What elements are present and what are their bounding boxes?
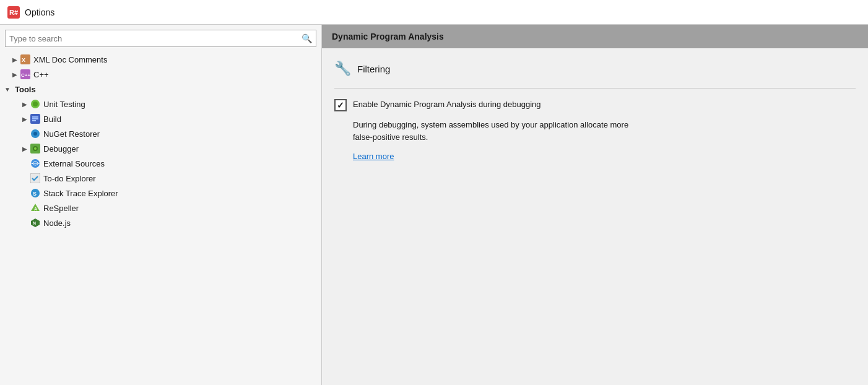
tree-arrow-debugger	[20, 145, 30, 152]
tree-item-nodejs[interactable]: N Node.js	[0, 215, 321, 230]
tree-area: X XML Doc Comments C++ C++ To	[0, 51, 321, 385]
checkbox-row: Enable Dynamic Program Analysis during d…	[334, 98, 856, 111]
wrench-icon: 🔧	[334, 61, 351, 77]
filtering-row: 🔧 Filtering	[334, 61, 856, 77]
tree-item-xml-doc[interactable]: X XML Doc Comments	[0, 52, 321, 67]
tree-item-debugger[interactable]: Debugger	[0, 141, 321, 156]
rsharp-icon-label: R#	[9, 9, 18, 16]
tree-icon-external-sources	[30, 158, 41, 169]
main-layout: 🔍 X XML Doc Comments	[0, 25, 868, 385]
desc-line1: During debugging, system assemblies used…	[353, 120, 628, 129]
search-icon: 🔍	[302, 33, 312, 43]
tree-item-todo-explorer[interactable]: To-do Explorer	[0, 171, 321, 186]
right-panel: Dynamic Program Analysis 🔧 Filtering Ena…	[322, 25, 868, 385]
learn-more-link[interactable]: Learn more	[353, 152, 394, 161]
svg-point-5	[33, 102, 38, 106]
tree-icon-unit-testing	[30, 98, 41, 110]
svg-rect-8	[32, 118, 38, 119]
title-bar: R# Options	[0, 0, 868, 25]
enable-dpa-checkbox[interactable]	[334, 99, 347, 111]
tree-arrow-build	[20, 116, 30, 123]
tree-item-build[interactable]: Build	[0, 111, 321, 126]
tree-icon-todo-explorer	[30, 173, 41, 184]
tree-arrow-cpp	[10, 71, 20, 78]
description-text: During debugging, system assemblies used…	[353, 119, 848, 143]
tree-arrow-xml-doc	[10, 56, 20, 63]
tree-label-todo-explorer: To-do Explorer	[43, 174, 96, 183]
checkbox-label: Enable Dynamic Program Analysis during d…	[353, 98, 541, 109]
panel-header: Dynamic Program Analysis	[322, 25, 868, 48]
tree-label-xml-doc: XML Doc Comments	[33, 55, 107, 64]
left-panel: 🔍 X XML Doc Comments	[0, 25, 322, 385]
tree-item-external-sources[interactable]: External Sources	[0, 156, 321, 171]
tree-icon-nodejs: N	[30, 217, 41, 228]
svg-text:S: S	[33, 191, 37, 197]
svg-text:X: X	[22, 57, 25, 63]
section-tools[interactable]: Tools	[0, 82, 321, 97]
search-input[interactable]	[9, 34, 302, 43]
panel-content: 🔧 Filtering Enable Dynamic Program Analy…	[322, 48, 868, 385]
svg-rect-9	[32, 120, 36, 121]
tree-label-external-sources: External Sources	[43, 159, 105, 168]
section-tools-label: Tools	[15, 85, 36, 94]
tree-label-cpp: C++	[33, 70, 49, 79]
tree-item-respeller[interactable]: A ReSpeller	[0, 201, 321, 215]
tree-icon-respeller: A	[30, 202, 41, 214]
desc-line2: false-positive results.	[353, 132, 428, 142]
tree-item-stack-trace[interactable]: S Stack Trace Explorer	[0, 186, 321, 201]
tree-label-stack-trace: Stack Trace Explorer	[43, 189, 118, 198]
tree-icon-xml-doc: X	[20, 54, 31, 65]
tree-label-build: Build	[43, 115, 61, 124]
filtering-label: Filtering	[357, 64, 390, 74]
search-bar[interactable]: 🔍	[5, 30, 316, 47]
tree-icon-cpp: C++	[20, 69, 31, 80]
app-icon: R#	[7, 6, 20, 19]
tree-icon-nuget	[30, 128, 41, 139]
svg-point-11	[33, 132, 37, 136]
svg-text:N: N	[33, 221, 36, 225]
tree-item-nuget[interactable]: NuGet Restorer	[0, 126, 321, 141]
tree-label-nodejs: Node.js	[43, 218, 71, 228]
tree-label-unit-testing: Unit Testing	[43, 100, 85, 109]
tree-icon-build	[30, 113, 41, 124]
tree-item-cpp[interactable]: C++ C++	[0, 67, 321, 82]
window-title: Options	[25, 7, 54, 17]
tree-icon-stack-trace: S	[30, 188, 41, 199]
svg-text:A: A	[34, 207, 37, 211]
tree-arrow-tools	[2, 86, 12, 93]
svg-rect-7	[32, 116, 38, 118]
tree-label-debugger: Debugger	[43, 144, 79, 154]
tree-arrow-unit-testing	[20, 101, 30, 108]
svg-text:C++: C++	[21, 72, 30, 78]
svg-point-14	[34, 147, 37, 150]
panel-title: Dynamic Program Analysis	[332, 32, 444, 41]
separator	[334, 88, 856, 89]
tree-icon-debugger	[30, 143, 41, 154]
tree-label-respeller: ReSpeller	[43, 204, 79, 213]
tree-item-unit-testing[interactable]: Unit Testing	[0, 97, 321, 111]
tree-label-nuget: NuGet Restorer	[43, 129, 100, 139]
